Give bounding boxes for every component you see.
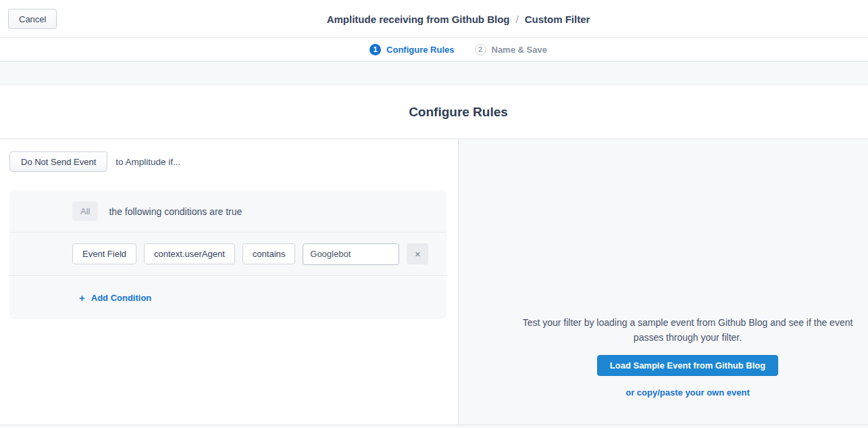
page-title: Configure Rules bbox=[0, 105, 868, 120]
bottom-band bbox=[0, 425, 868, 428]
breadcrumb-separator: / bbox=[515, 14, 518, 25]
header-divider-band bbox=[0, 62, 868, 85]
content-area: Do Not Send Event to Amplitude if... All… bbox=[0, 139, 868, 425]
remove-condition-button[interactable]: × bbox=[407, 243, 428, 264]
condition-field-selector[interactable]: context.userAgent bbox=[144, 243, 235, 264]
steps-bar: 1 Configure Rules 2 Name & Save bbox=[0, 38, 868, 62]
breadcrumb-current: Custom Filter bbox=[525, 14, 590, 25]
add-condition-row: + Add Condition bbox=[9, 275, 446, 319]
step-configure-rules[interactable]: 1 Configure Rules bbox=[369, 44, 454, 55]
add-condition-button[interactable]: + Add Condition bbox=[79, 292, 151, 304]
rules-panel: Do Not Send Event to Amplitude if... All… bbox=[0, 139, 458, 425]
test-filter-description: Test your filter by loading a sample eve… bbox=[522, 315, 853, 345]
add-condition-label: Add Condition bbox=[91, 293, 152, 303]
step-1-label: Configure Rules bbox=[386, 45, 454, 55]
paste-own-event-link[interactable]: or copy/paste your own event bbox=[459, 387, 868, 398]
step-1-circle: 1 bbox=[369, 44, 381, 55]
filter-action-row: Do Not Send Event to Amplitude if... bbox=[9, 151, 180, 172]
step-2-label: Name & Save bbox=[492, 45, 547, 55]
group-operator-suffix: the following conditions are true bbox=[109, 206, 242, 217]
group-operator-selector[interactable]: All bbox=[72, 201, 98, 221]
condition-value-input[interactable] bbox=[303, 243, 399, 265]
top-bar: Amplitude receiving from Github Blog / C… bbox=[0, 0, 868, 38]
heading-area: Configure Rules bbox=[0, 85, 868, 139]
test-filter-content: Test your filter by loading a sample eve… bbox=[459, 315, 868, 398]
load-sample-event-button[interactable]: Load Sample Event from Github Blog bbox=[597, 355, 778, 376]
step-name-and-save[interactable]: 2 Name & Save bbox=[475, 44, 547, 55]
group-operator-row: All the following conditions are true bbox=[9, 191, 446, 232]
app-stage: Amplitude receiving from Github Blog / C… bbox=[0, 0, 868, 428]
condition-group: All the following conditions are true Ev… bbox=[9, 191, 446, 319]
app-viewport: Amplitude receiving from Github Blog / C… bbox=[0, 0, 868, 428]
cancel-button[interactable]: Cancel bbox=[8, 9, 57, 29]
filter-action-suffix: to Amplitude if... bbox=[116, 157, 180, 167]
breadcrumb: Amplitude receiving from Github Blog / C… bbox=[0, 0, 868, 38]
close-icon: × bbox=[415, 249, 420, 260]
plus-icon: + bbox=[79, 292, 85, 304]
test-filter-panel: Test your filter by loading a sample eve… bbox=[458, 139, 868, 425]
filter-action-button[interactable]: Do Not Send Event bbox=[9, 151, 107, 172]
condition-row: Event Field context.userAgent contains × bbox=[9, 232, 446, 275]
breadcrumb-parent[interactable]: Amplitude receiving from Github Blog bbox=[327, 14, 510, 25]
step-2-circle: 2 bbox=[475, 44, 486, 55]
condition-operator-selector[interactable]: contains bbox=[242, 243, 295, 264]
condition-type-selector[interactable]: Event Field bbox=[72, 243, 136, 264]
